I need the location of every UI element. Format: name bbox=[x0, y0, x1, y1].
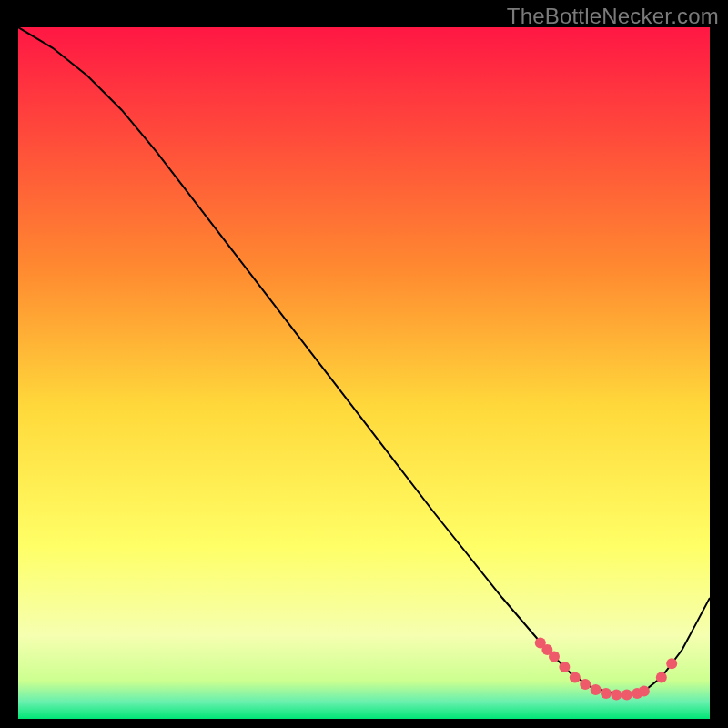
highlight-point bbox=[570, 672, 581, 682]
chart-frame: TheBottleNecker.com bbox=[0, 0, 728, 728]
highlight-point bbox=[656, 672, 667, 682]
highlight-point bbox=[611, 689, 622, 700]
gradient-background bbox=[18, 27, 710, 719]
highlight-point bbox=[666, 658, 677, 669]
highlight-point bbox=[639, 686, 650, 697]
watermark-text: TheBottleNecker.com bbox=[507, 4, 719, 29]
highlight-point bbox=[559, 662, 570, 672]
highlight-point bbox=[622, 689, 632, 700]
bottleneck-chart bbox=[18, 27, 710, 719]
highlight-point bbox=[580, 679, 591, 690]
highlight-point bbox=[591, 684, 602, 695]
highlight-point bbox=[601, 688, 612, 699]
highlight-point bbox=[549, 652, 560, 662]
